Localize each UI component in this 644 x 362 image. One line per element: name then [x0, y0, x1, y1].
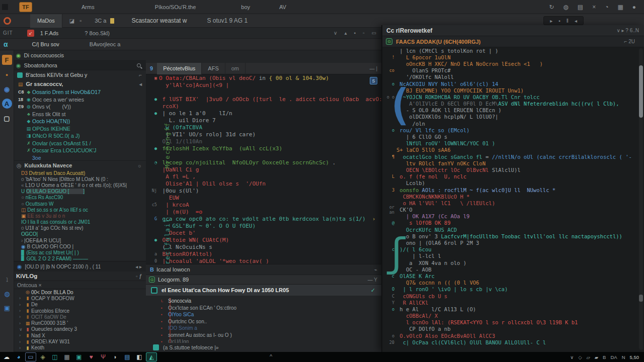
gutter-icon[interactable]: L	[382, 174, 396, 179]
taskbar-app-icon[interactable]: ◈	[37, 352, 48, 361]
wrench-icon[interactable]: ⌐	[139, 72, 142, 78]
taskbar-app-icon[interactable]: Ψ	[98, 352, 109, 361]
tray-item[interactable]: ∨	[570, 354, 574, 360]
file-tree-row[interactable]: › ▮ Keoth	[14, 345, 146, 351]
gutter-icon[interactable]: co	[382, 68, 396, 73]
right-editor-window[interactable]: Cc rlRerowetkef ∨ ▸ ? 6..N G FAACS ADDAK…	[381, 25, 644, 352]
tool-strip-icon[interactable]: ▢	[2, 113, 12, 123]
tool-strip-icon[interactable]: A	[2, 99, 12, 109]
todo-row1[interactable]: B Icacal Iowocn ⌁	[146, 264, 381, 275]
tray-item[interactable]: DA	[610, 354, 617, 360]
menu-item[interactable]: Arms	[82, 4, 95, 10]
app-tab[interactable]: MaDos	[30, 14, 62, 28]
gutter-icon[interactable]: a	[146, 251, 159, 256]
chevron-icon[interactable]: ›	[19, 308, 24, 313]
file-tree-row[interactable]: › ▦ RunC0000 31B '	[14, 320, 146, 326]
structure-class-row[interactable]: ▤ Gr sscacoccv, ◂	[14, 79, 146, 88]
tool-strip-icon[interactable]: ʇ	[2, 275, 12, 285]
collapse-icons[interactable]: — Y	[368, 277, 377, 283]
commit-icon[interactable]: ↙	[27, 30, 34, 37]
todo-item[interactable]: ▪ somnet Au astoc as I- ou O )	[161, 332, 236, 339]
taskbar-app-icon[interactable]: ▦	[61, 352, 72, 361]
structure-item[interactable]: C8 ◆ Oosario Dren st HovOb&O17	[14, 88, 146, 96]
code-area[interactable]: ▣ O Oata:/CBALan (Obis vl deoC/ in { 00 …	[146, 74, 381, 264]
todo-item[interactable]: ▪ Ourtclnc Oc son..	[161, 318, 236, 325]
tool-strip-icon[interactable]: F	[2, 55, 12, 65]
todo-row2[interactable]: G Locgorm. 89 — Y	[146, 275, 381, 285]
tray-item[interactable]: B	[603, 354, 606, 360]
toolbar-icon[interactable]: ×	[592, 4, 596, 11]
gutter-icon[interactable]: 3	[382, 188, 396, 193]
toolbar-icon[interactable]: ◔	[605, 4, 608, 11]
taskbar-app-icon[interactable]: ▣	[73, 352, 85, 361]
file-tree-row[interactable]: ∨ ▮ Oueucles oandecy 3	[14, 326, 146, 332]
gutter-icon[interactable]: C	[382, 294, 396, 299]
tray-item[interactable]: ▱	[586, 354, 590, 360]
code-editor[interactable]: 9 PécotetvBlusAFSom — | ▣ O Oata:/CBALan…	[146, 63, 381, 264]
signature-actions[interactable]: ⌐ 2U	[624, 39, 635, 44]
run-control-icon[interactable]: ▸	[550, 18, 552, 24]
tab-icon[interactable]: ◪	[69, 18, 74, 24]
todo-item[interactable]: ▪ Ocx'lctae son ECAn ' Os:ctlroo	[161, 305, 236, 312]
navigator-item[interactable]: ◫ Det so.ss s or A'so IlEf s oc	[14, 207, 146, 213]
taskbar-app-icon[interactable]: ◕	[13, 352, 24, 361]
gutter-icon[interactable]: G	[146, 216, 159, 221]
tray-item[interactable]: ▰	[595, 354, 598, 360]
todo-selected-row[interactable]: el Enec Utat'ca Chon How Fowy Dl av 1050…	[146, 285, 381, 296]
function-signature-row[interactable]: G FAACS ADDAK(U (6CH(400RGJ) ⌐ 2U	[382, 36, 644, 47]
structure-search[interactable]: ◉ Sboatotuhora	[14, 60, 146, 70]
gutter-icon[interactable]: Nj	[146, 188, 159, 193]
file-tab[interactable]: 1 F.Ads	[40, 30, 59, 36]
gutter-icon[interactable]: ●	[146, 111, 159, 116]
structure-item[interactable]: ✗ Oscsar Erca LOCUCUOK'J	[14, 147, 146, 154]
chevron-icon[interactable]: ›	[19, 321, 24, 326]
gutter-icon[interactable]: 0	[146, 258, 159, 263]
navigator-item[interactable]: D3 Dvtrsel ws Daco Acuoatt)	[14, 170, 146, 176]
structure-item[interactable]: 18 ◉ Ooc oes a wer' wreies	[14, 96, 146, 104]
chevron-icon[interactable]: ›	[19, 296, 24, 301]
todo-item[interactable]: ▪ OlYoo SiCa	[161, 311, 236, 318]
gear-icon[interactable]: ☼	[137, 163, 142, 168]
chevron-icon[interactable]: ›	[19, 302, 24, 307]
window-control-icon[interactable]: ▭	[372, 30, 376, 36]
structure-item[interactable]: ◆ Oocb HOA(TN))	[14, 118, 146, 125]
gutter-icon[interactable]: ●	[146, 97, 159, 102]
structure-item[interactable]: E9 ◍ Onvs v( (V))	[14, 103, 146, 111]
structure-item[interactable]: 3oe	[14, 154, 146, 162]
gutter-icon[interactable]: 20	[382, 340, 396, 345]
navigator-item[interactable]: « L1O U Oome a OE1E ' # o r ot ets /(o);…	[14, 182, 146, 188]
navigator-item[interactable]: ▊ (Elss ac csl Mtret Ur( | )	[14, 249, 146, 255]
navigator-item[interactable]: o U1ll a' 1go COc Ns st rev)	[14, 225, 146, 231]
tab-bar-actions[interactable]: — |	[370, 66, 377, 71]
breadcrumb[interactable]: ? 8oo.Skl)	[85, 30, 110, 36]
navigator-item[interactable]: ◉ B CUrOO OFl COO |	[14, 243, 146, 249]
pin-icon[interactable]: ◂	[139, 81, 142, 87]
file-tree-row[interactable]: ◎ 00< Door BLLA Do	[14, 289, 146, 295]
right-window-header[interactable]: Cc rlRerowetkef ∨ ▸ ? 6..N	[382, 25, 644, 36]
navigator-item[interactable]: U Ol ULAO EOGUO [ ]	[14, 189, 146, 195]
gutter-icon[interactable]: ●	[146, 146, 159, 151]
menu-item[interactable]: boy	[241, 4, 250, 10]
toolbar-icon[interactable]: ▤	[578, 4, 583, 11]
gutter-icon[interactable]: Y	[382, 300, 396, 305]
window-control-icon[interactable]: ▴	[344, 30, 347, 36]
filter-icon[interactable]: ◉	[17, 263, 22, 270]
checkbox-icon[interactable]	[151, 287, 157, 294]
taskbar-app-icon[interactable]: ◧	[134, 352, 145, 361]
run-target-name[interactable]: BAvorjleoc a	[90, 41, 121, 47]
gutter-icon[interactable]: ●	[146, 237, 159, 242]
file-tree-row[interactable]: › ▮ OCAP Y BOOFOW	[14, 295, 146, 301]
record-ring-icon[interactable]	[4, 17, 11, 25]
tool-strip-icon[interactable]: ◍	[2, 289, 12, 299]
navigator-item[interactable]: o 'bA'too' N Nios |Dilttco M LOaK N (0 :	[14, 176, 146, 182]
structure-group-row[interactable]: B'actoss KEIVIx st Gebu y ⌐	[14, 70, 146, 79]
file-tree-row[interactable]: › ▮ Eurcoblos Eforce	[14, 308, 146, 314]
scrollbar-thumb[interactable]	[639, 65, 643, 118]
chevron-icon[interactable]: ∨	[19, 327, 24, 332]
gutter-icon[interactable]: !	[382, 55, 396, 60]
window-control-icon[interactable]: ▪	[354, 30, 356, 36]
menu-item[interactable]: Píkoo/SOu'R.the	[155, 4, 196, 10]
taskbar-app-icon[interactable]: ◭	[146, 352, 157, 361]
structure-item[interactable]: ✗ Oovlar (vcas OsAnst 51 /	[14, 140, 146, 147]
gutter-icon[interactable]: o	[382, 333, 396, 338]
